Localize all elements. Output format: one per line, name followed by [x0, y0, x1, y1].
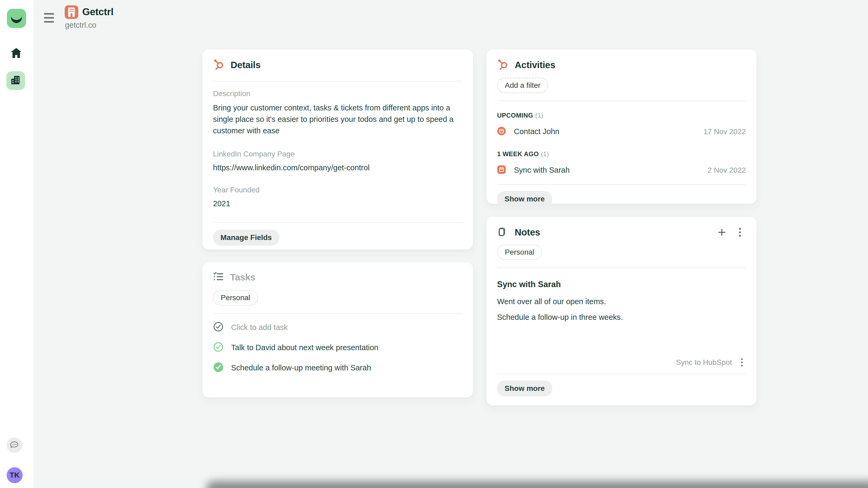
sync-to-hubspot-button[interactable]: Sync to HubSpot — [676, 358, 732, 367]
bottom-edge-shadow — [206, 481, 868, 488]
task-placeholder-text: Click to add task — [231, 323, 288, 332]
note-body-line: Schedule a follow-up in three weeks. — [497, 313, 746, 322]
field-label-description: Description — [213, 89, 462, 98]
task-row[interactable]: Schedule a follow-up meeting with Sarah — [213, 362, 462, 373]
field-label-year-founded: Year Founded — [213, 186, 462, 194]
app-logo[interactable] — [7, 8, 26, 28]
hubspot-sprocket-icon — [213, 59, 224, 71]
notes-copy-icon — [497, 226, 508, 239]
task-text: Talk to David about next week presentati… — [231, 343, 378, 352]
field-label-linkedin: LinkedIn Company Page — [213, 150, 462, 158]
task-text: Schedule a follow-up meeting with Sarah — [231, 363, 371, 372]
home-icon — [10, 47, 22, 60]
activity-row[interactable]: Contact John 17 Nov 2022 — [497, 127, 746, 136]
activity-group-count: (1) — [541, 150, 549, 158]
field-value-linkedin[interactable]: https://www.linkedin.com/company/get-con… — [213, 162, 462, 173]
sidebar-item-companies[interactable] — [6, 71, 25, 90]
field-value-year-founded[interactable]: 2021 — [213, 198, 462, 209]
add-task-row[interactable]: Click to add task — [213, 321, 462, 333]
company-building-icon — [65, 5, 78, 19]
manage-fields-button[interactable]: Manage Fields — [213, 230, 279, 246]
notes-title: Notes — [515, 227, 540, 238]
sidebar-item-home[interactable] — [10, 47, 22, 60]
page-title: Getctrl — [82, 6, 114, 18]
note-body-line: Went over all of our open items. — [497, 297, 746, 306]
sidebar: TK — [0, 0, 33, 488]
buildings-icon — [10, 74, 21, 87]
activity-date: 2 Nov 2022 — [708, 166, 746, 174]
chat-bubble-icon — [9, 440, 20, 451]
activities-card: Activities Add a filter UPCOMING(1) Cont… — [487, 50, 756, 204]
activities-show-more-button[interactable]: Show more — [497, 191, 552, 207]
field-value-description[interactable]: Bring your customer context, tasks & tic… — [213, 102, 454, 136]
note-kebab-menu-icon[interactable] — [738, 357, 746, 368]
note-title: Sync with Sarah — [497, 280, 746, 289]
notes-show-more-button[interactable]: Show more — [497, 381, 552, 396]
hubspot-sprocket-icon — [497, 59, 508, 71]
tasks-title: Tasks — [230, 272, 255, 283]
check-circle-icon — [213, 321, 224, 333]
checklist-icon — [213, 271, 224, 283]
avatar-initials: TK — [9, 471, 20, 480]
notes-kebab-menu-icon[interactable] — [734, 226, 746, 238]
notes-tag-personal[interactable]: Personal — [497, 245, 542, 260]
check-circle-icon-filled — [213, 362, 224, 373]
activity-group-count: (1) — [535, 112, 544, 119]
tasks-card: Tasks Personal Click to add task Talk to… — [203, 262, 473, 397]
details-card: Details Description Bring your customer … — [203, 50, 473, 250]
calendar-icon — [497, 165, 506, 175]
user-avatar[interactable]: TK — [7, 467, 23, 483]
activity-group-label: 1 WEEK AGO(1) — [497, 150, 746, 158]
add-filter-button[interactable]: Add a filter — [497, 78, 548, 93]
activity-row[interactable]: Sync with Sarah 2 Nov 2022 — [497, 165, 746, 175]
details-title: Details — [230, 60, 261, 70]
task-row[interactable]: Talk to David about next week presentati… — [213, 341, 462, 353]
activities-title: Activities — [515, 60, 555, 70]
activity-date: 17 Nov 2022 — [704, 127, 746, 136]
meeting-icon — [497, 127, 506, 136]
add-note-button[interactable] — [716, 226, 728, 238]
activity-title: Sync with Sarah — [514, 166, 570, 174]
notes-card: Notes Personal Sync with Sarah Went over… — [487, 217, 756, 405]
activity-group-label: UPCOMING(1) — [497, 112, 746, 119]
app-logo-icon — [7, 25, 26, 29]
activity-title: Contact John — [514, 127, 559, 136]
company-domain: getctrl.co — [65, 21, 96, 30]
chat-button[interactable] — [7, 437, 22, 453]
menu-toggle-button[interactable] — [44, 13, 55, 23]
tasks-tag-personal[interactable]: Personal — [213, 290, 258, 305]
check-circle-icon-green — [213, 341, 224, 353]
